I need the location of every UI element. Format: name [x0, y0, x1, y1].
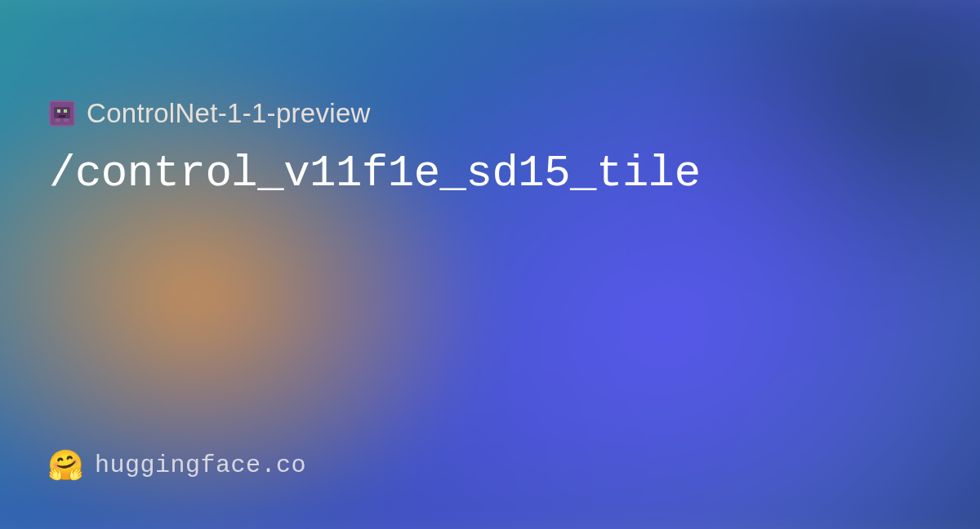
svg-rect-4	[59, 115, 65, 118]
svg-rect-6	[64, 118, 69, 122]
svg-rect-3	[64, 109, 67, 113]
card-content: ControlNet-1-1-preview /control_v11f1e_s…	[0, 0, 980, 529]
org-row: ControlNet-1-1-preview	[49, 98, 931, 129]
org-avatar-icon	[49, 100, 75, 127]
model-path: /control_v11f1e_sd15_tile	[49, 149, 931, 198]
org-name: ControlNet-1-1-preview	[87, 98, 371, 129]
svg-rect-2	[57, 109, 60, 113]
svg-rect-5	[56, 118, 60, 122]
